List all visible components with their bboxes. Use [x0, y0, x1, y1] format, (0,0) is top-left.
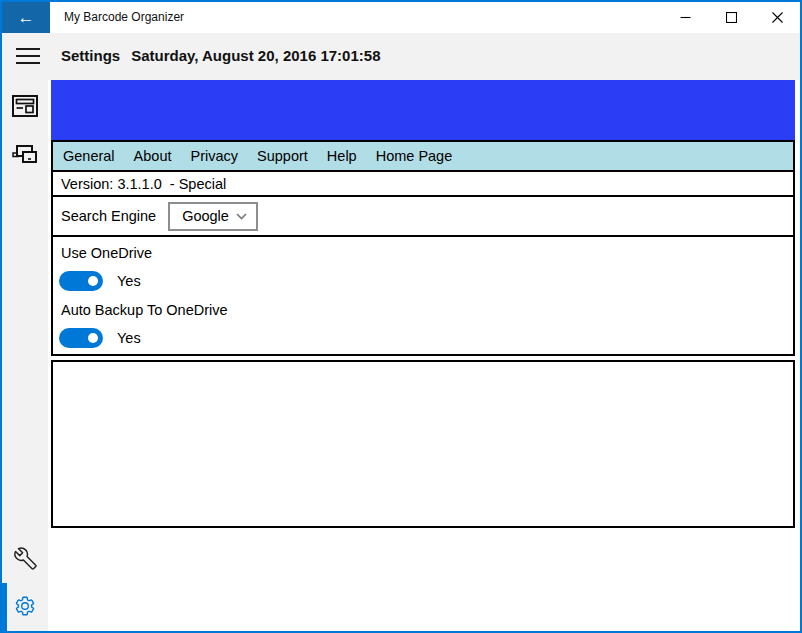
- version-row: Version: 3.1.1.0 - Special: [53, 172, 793, 197]
- close-icon: [772, 12, 783, 23]
- sidebar-item-barcodes[interactable]: [2, 86, 48, 126]
- close-button[interactable]: [754, 2, 800, 33]
- search-engine-selected: Google: [182, 208, 229, 224]
- tab-general[interactable]: General: [63, 148, 115, 164]
- toggle-knob: [88, 276, 98, 286]
- repair-wrench-icon: [14, 547, 37, 570]
- use-onedrive-state: Yes: [117, 273, 141, 289]
- back-button[interactable]: ←: [2, 2, 50, 33]
- hamburger-menu-button[interactable]: [16, 48, 40, 64]
- auto-backup-state: Yes: [117, 330, 141, 346]
- settings-gear-icon: [14, 595, 36, 617]
- maximize-icon: [726, 12, 737, 23]
- chevron-down-icon: [236, 213, 247, 220]
- toggle-knob: [88, 333, 98, 343]
- version-text: Version: 3.1.1.0 - Special: [61, 176, 226, 192]
- minimize-button[interactable]: [662, 2, 708, 33]
- auto-backup-row: Yes: [59, 328, 785, 348]
- minimize-icon: [680, 12, 691, 23]
- nav-rail: [2, 80, 48, 631]
- sidebar-item-devices[interactable]: [2, 136, 48, 176]
- tab-help[interactable]: Help: [327, 148, 357, 164]
- onedrive-settings: Use OneDrive Yes Auto Backup To OneDrive…: [53, 237, 793, 348]
- maximize-button[interactable]: [708, 2, 754, 33]
- auto-backup-toggle[interactable]: [59, 328, 103, 348]
- devices-icon: [11, 144, 39, 168]
- back-arrow-icon: ←: [18, 8, 35, 28]
- search-engine-row: Search Engine Google: [53, 197, 793, 237]
- empty-content-box: [51, 360, 795, 528]
- hamburger-menu-icon: [16, 48, 40, 50]
- window-controls: [662, 2, 800, 33]
- tab-about[interactable]: About: [134, 148, 172, 164]
- search-engine-combobox[interactable]: Google: [168, 202, 258, 231]
- barcode-card-icon: [12, 95, 38, 117]
- ad-banner: [51, 80, 795, 140]
- search-engine-label: Search Engine: [61, 208, 156, 224]
- header-band: Settings Saturday, August 20, 2016 17:01…: [2, 33, 800, 80]
- use-onedrive-label: Use OneDrive: [61, 245, 785, 261]
- settings-tab-bar: General About Privacy Support Help Home …: [53, 142, 793, 172]
- sidebar-item-settings[interactable]: [2, 586, 48, 626]
- settings-panel: General About Privacy Support Help Home …: [51, 140, 795, 356]
- window-title: My Barcode Organizer: [64, 2, 184, 33]
- tab-home-page[interactable]: Home Page: [376, 148, 453, 164]
- use-onedrive-row: Yes: [59, 271, 785, 291]
- page-title: Settings: [61, 47, 120, 64]
- header-datetime: Saturday, August 20, 2016 17:01:58: [131, 47, 380, 64]
- tab-support[interactable]: Support: [257, 148, 308, 164]
- page-header: Settings Saturday, August 20, 2016 17:01…: [61, 47, 380, 64]
- sidebar-item-repair[interactable]: [2, 538, 48, 578]
- use-onedrive-toggle[interactable]: [59, 271, 103, 291]
- tab-privacy[interactable]: Privacy: [191, 148, 239, 164]
- auto-backup-label: Auto Backup To OneDrive: [61, 302, 785, 318]
- app-window: ← My Barcode Organizer Settings Saturday…: [0, 0, 802, 633]
